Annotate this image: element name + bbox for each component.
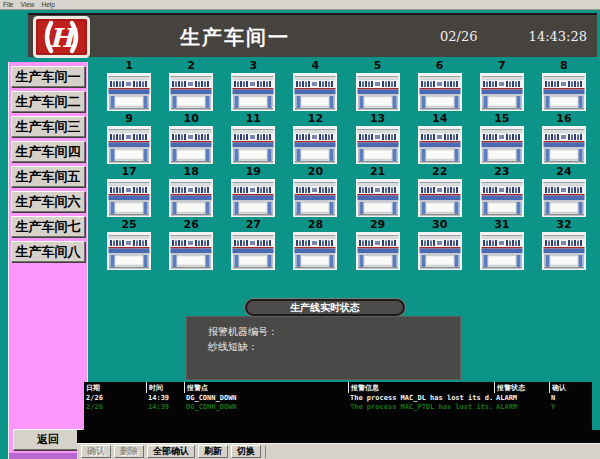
- machine-cell-5[interactable]: 5: [347, 60, 409, 113]
- realtime-status-panel: 报警机器编号： 纱线短缺：: [186, 316, 461, 380]
- machine-cell-17[interactable]: 17: [98, 166, 160, 219]
- machine-cell-15[interactable]: 15: [471, 113, 533, 166]
- knitting-machine-icon: [107, 126, 151, 164]
- machine-number: 21: [347, 166, 409, 178]
- machine-cell-1[interactable]: 1: [98, 60, 160, 113]
- alarm-table[interactable]: 日期 时间 报警点 报警信息 报警状态 确认 2/26 14:39 DG_CON…: [84, 382, 592, 443]
- sidebar-item-workshop-6[interactable]: 生产车间六: [11, 191, 85, 212]
- menu-file[interactable]: File: [3, 1, 13, 8]
- delete-button[interactable]: 删除: [114, 445, 144, 458]
- machine-cell-21[interactable]: 21: [347, 166, 409, 219]
- machine-number: 18: [160, 166, 222, 178]
- machine-number: 26: [160, 219, 222, 231]
- machine-cell-30[interactable]: 30: [409, 219, 471, 272]
- col-date: 日期: [84, 382, 146, 393]
- machine-cell-8[interactable]: 8: [533, 60, 595, 113]
- machine-cell-31[interactable]: 31: [471, 219, 533, 272]
- col-point: 报警点: [184, 382, 348, 393]
- alarm-table-header: 日期 时间 报警点 报警信息 报警状态 确认: [84, 382, 592, 394]
- machine-cell-32[interactable]: 32: [533, 219, 595, 272]
- machine-number: 27: [222, 219, 284, 231]
- knitting-machine-icon: [107, 73, 151, 111]
- machine-number: 8: [533, 60, 595, 72]
- menu-help[interactable]: Help: [41, 1, 54, 8]
- knitting-machine-icon: [293, 179, 337, 217]
- machine-cell-23[interactable]: 23: [471, 166, 533, 219]
- knitting-machine-icon: [231, 179, 275, 217]
- machine-cell-14[interactable]: 14: [409, 113, 471, 166]
- machine-number: 4: [284, 60, 346, 72]
- refresh-button[interactable]: 刷新: [198, 445, 228, 458]
- machine-number: 16: [533, 113, 595, 125]
- knitting-machine-icon: [418, 179, 462, 217]
- knitting-machine-icon: [542, 73, 586, 111]
- sidebar-item-workshop-2[interactable]: 生产车间二: [11, 91, 85, 112]
- machine-number: 15: [471, 113, 533, 125]
- switch-button[interactable]: 切换: [231, 445, 261, 458]
- machine-cell-19[interactable]: 19: [222, 166, 284, 219]
- knitting-machine-icon: [480, 232, 524, 270]
- machine-number: 23: [471, 166, 533, 178]
- alarm-ack: N: [549, 394, 592, 403]
- machine-number: 29: [347, 219, 409, 231]
- knitting-machine-icon: [480, 179, 524, 217]
- machine-cell-10[interactable]: 10: [160, 113, 222, 166]
- alarm-row[interactable]: 2/26 14:39 DG_CONN_DOWN The process MAC_…: [84, 403, 592, 412]
- machine-cell-18[interactable]: 18: [160, 166, 222, 219]
- header-date: 02/26: [440, 29, 477, 44]
- alarm-toolbar: 确认 删除 全部确认 刷新 切换: [77, 443, 600, 459]
- knitting-machine-icon: [169, 73, 213, 111]
- menu-view[interactable]: View: [20, 1, 34, 8]
- machine-cell-25[interactable]: 25: [98, 219, 160, 272]
- machine-cell-24[interactable]: 24: [533, 166, 595, 219]
- machine-cell-12[interactable]: 12: [284, 113, 346, 166]
- confirm-button[interactable]: 确认: [81, 445, 111, 458]
- machine-cell-7[interactable]: 7: [471, 60, 533, 113]
- sidebar-item-workshop-3[interactable]: 生产车间三: [11, 116, 85, 137]
- machine-grid: 1 2: [98, 60, 595, 274]
- machine-cell-13[interactable]: 13: [347, 113, 409, 166]
- knitting-machine-icon: [231, 73, 275, 111]
- machine-cell-26[interactable]: 26: [160, 219, 222, 272]
- machine-number: 5: [347, 60, 409, 72]
- sidebar-item-workshop-4[interactable]: 生产车间四: [11, 141, 85, 162]
- yarn-shortage-label: 纱线短缺：: [208, 339, 460, 354]
- sidebar-item-workshop-1[interactable]: 生产车间一: [11, 66, 85, 87]
- header-clock: 14:43:28: [529, 29, 587, 44]
- machine-cell-6[interactable]: 6: [409, 60, 471, 113]
- alarm-ack: Y: [549, 403, 592, 412]
- machine-number: 10: [160, 113, 222, 125]
- return-button[interactable]: 返回: [13, 429, 83, 450]
- machine-cell-9[interactable]: 9: [98, 113, 160, 166]
- alarm-time: 14:39: [146, 394, 184, 403]
- machine-number: 14: [409, 113, 471, 125]
- machine-number: 32: [533, 219, 595, 231]
- machine-number: 25: [98, 219, 160, 231]
- alarm-row[interactable]: 2/26 14:39 DG_CONN_DOWN The process MAC_…: [84, 394, 592, 403]
- machine-cell-27[interactable]: 27: [222, 219, 284, 272]
- confirm-all-button[interactable]: 全部确认: [147, 445, 195, 458]
- machine-cell-22[interactable]: 22: [409, 166, 471, 219]
- sidebar-item-workshop-5[interactable]: 生产车间五: [11, 166, 85, 187]
- machine-number: 31: [471, 219, 533, 231]
- machine-cell-16[interactable]: 16: [533, 113, 595, 166]
- workshop-sidebar: 生产车间一 生产车间二 生产车间三 生产车间四 生产车间五 生产车间六 生产车间…: [8, 62, 88, 459]
- knitting-machine-icon: [418, 126, 462, 164]
- alarm-status: ALARM: [494, 403, 549, 412]
- alarm-point: DG_CONN_DOWN: [184, 394, 348, 403]
- machine-cell-4[interactable]: 4: [284, 60, 346, 113]
- knitting-machine-icon: [356, 126, 400, 164]
- machine-cell-2[interactable]: 2: [160, 60, 222, 113]
- sidebar-item-workshop-7[interactable]: 生产车间七: [11, 216, 85, 237]
- col-info: 报警信息: [348, 382, 494, 393]
- knitting-machine-icon: [542, 126, 586, 164]
- knitting-machine-icon: [169, 232, 213, 270]
- machine-cell-29[interactable]: 29: [347, 219, 409, 272]
- toolbar-divider: [265, 446, 266, 458]
- machine-cell-20[interactable]: 20: [284, 166, 346, 219]
- machine-cell-28[interactable]: 28: [284, 219, 346, 272]
- machine-cell-3[interactable]: 3: [222, 60, 284, 113]
- knitting-machine-icon: [231, 232, 275, 270]
- sidebar-item-workshop-8[interactable]: 生产车间八: [11, 241, 85, 262]
- machine-cell-11[interactable]: 11: [222, 113, 284, 166]
